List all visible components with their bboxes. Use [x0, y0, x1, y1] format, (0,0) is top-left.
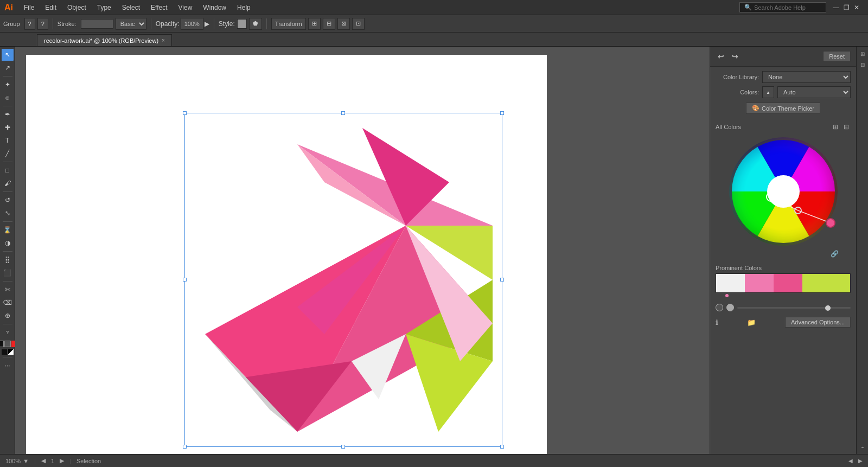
- color-theme-picker-btn[interactable]: 🎨 Color Theme Picker: [746, 103, 820, 114]
- color-wheel-wrapper[interactable]: [726, 135, 840, 248]
- close-icon[interactable]: ✕: [854, 4, 859, 11]
- collapse-btn[interactable]: ⊟: [858, 60, 867, 69]
- prominent-colors-section: Prominent Colors: [710, 261, 856, 300]
- view-mode-btn-1[interactable]: ⊞: [831, 123, 840, 131]
- slice-tool[interactable]: ✄: [2, 284, 14, 296]
- active-tab[interactable]: recolor-artwork.ai* @ 100% (RGB/Preview)…: [37, 34, 172, 46]
- advanced-options-btn[interactable]: Advanced Options...: [785, 317, 851, 328]
- slider-thumb-1[interactable]: [825, 305, 831, 311]
- align-v-btn[interactable]: ⊠: [337, 18, 350, 30]
- opacity-expand-icon[interactable]: ▶: [205, 20, 209, 28]
- transform-btn[interactable]: Transform: [271, 18, 306, 30]
- menu-help[interactable]: Help: [233, 3, 255, 12]
- eraser-tool[interactable]: ⌫: [2, 297, 14, 309]
- align-h-btn[interactable]: ⊟: [323, 18, 335, 30]
- menu-select[interactable]: Select: [118, 3, 144, 12]
- slider-track-1[interactable]: [737, 307, 851, 309]
- menu-view[interactable]: View: [174, 3, 197, 12]
- app-logo: Ai: [4, 3, 13, 12]
- opacity-value[interactable]: 100%: [181, 18, 203, 30]
- link-icon-row: 🔗: [726, 250, 840, 258]
- menu-object[interactable]: Object: [63, 3, 91, 12]
- expand-btn[interactable]: ⊞: [858, 49, 867, 59]
- status-sep-1: |: [34, 458, 36, 464]
- menu-type[interactable]: Type: [93, 3, 116, 12]
- canvas-area: [15, 47, 710, 454]
- line-tool[interactable]: ╱: [2, 148, 14, 159]
- magic-wand-tool[interactable]: ✦: [2, 79, 14, 91]
- pen-tool[interactable]: ✒: [2, 108, 14, 120]
- tab-bar: recolor-artwork.ai* @ 100% (RGB/Preview)…: [0, 33, 868, 47]
- direct-selection-tool[interactable]: ↗: [2, 62, 14, 74]
- color-library-select[interactable]: None: [762, 71, 851, 83]
- minimize-icon[interactable]: —: [833, 4, 839, 11]
- colors-row: Colors: ▲ Auto: [716, 86, 851, 98]
- colors-label: Colors:: [716, 89, 759, 95]
- zoom-dropdown-icon[interactable]: ▼: [23, 458, 29, 464]
- color-wheel-canvas[interactable]: [726, 135, 840, 248]
- menu-effect[interactable]: Effect: [146, 3, 171, 12]
- none-swatch[interactable]: [2, 349, 7, 355]
- add-anchor-tool[interactable]: ✚: [2, 121, 14, 133]
- selection-tool[interactable]: ↖: [2, 49, 14, 61]
- panel-redo-btn[interactable]: ↪: [730, 51, 741, 62]
- swatch-white[interactable]: [716, 274, 745, 292]
- artwork-container[interactable]: [189, 117, 498, 443]
- scale-tool[interactable]: ⤡: [2, 207, 14, 219]
- style-btn[interactable]: ⬟: [249, 18, 262, 30]
- next-page-btn[interactable]: ▶: [60, 457, 64, 464]
- tool-sep-4: [3, 191, 12, 192]
- colors-select[interactable]: Auto: [777, 86, 851, 98]
- rect-tool[interactable]: □: [2, 164, 14, 176]
- stroke-dropdown[interactable]: Basic: [116, 18, 146, 30]
- view-mode-btn-2[interactable]: ⊟: [842, 123, 851, 131]
- colors-arrow-up[interactable]: ▲: [762, 86, 774, 98]
- link-icon-btn[interactable]: 🔗: [829, 250, 840, 258]
- info-icon-btn[interactable]: ℹ: [716, 318, 718, 327]
- column-graph-tool[interactable]: ⬛: [2, 267, 14, 279]
- toolbar-q2[interactable]: ?: [37, 18, 48, 30]
- align-btn[interactable]: ⊞: [308, 18, 321, 30]
- gradient-tool[interactable]: ◑: [2, 237, 14, 249]
- rotate-tool[interactable]: ↺: [2, 194, 14, 206]
- reset-btn[interactable]: Reset: [823, 51, 851, 62]
- options-toolbar: Group ? ? Stroke: Basic Opacity: 100% ▶ …: [0, 15, 868, 33]
- swatch-pink-dark[interactable]: [774, 274, 802, 292]
- panel-undo-btn[interactable]: ↩: [716, 51, 726, 62]
- blend-tool[interactable]: ⌛: [2, 224, 14, 236]
- default-colors[interactable]: [8, 349, 14, 355]
- slider-icon-2: [726, 304, 734, 311]
- menu-file[interactable]: File: [20, 3, 39, 12]
- artboard-next-btn[interactable]: ▶: [858, 458, 863, 464]
- search-input[interactable]: [754, 4, 819, 11]
- fill-color-btn[interactable]: ?: [2, 327, 14, 338]
- folder-icon-btn[interactable]: 📁: [747, 318, 756, 327]
- artboard-btn[interactable]: ◀: [848, 458, 853, 464]
- search-bar[interactable]: 🔍: [739, 2, 826, 12]
- slider-icon-1: [716, 304, 723, 311]
- restore-icon[interactable]: ❐: [844, 4, 850, 11]
- far-right-strip: ⊞ ⊟ ⌁: [856, 47, 868, 454]
- zoom-control[interactable]: 100% ▼: [5, 458, 29, 464]
- zoom-tool[interactable]: ⊕: [2, 310, 14, 322]
- opacity-label: Opacity:: [156, 20, 180, 28]
- paintbrush-tool[interactable]: 🖌: [2, 177, 14, 189]
- distribute-btn[interactable]: ⊡: [352, 18, 365, 30]
- tab-label: recolor-artwork.ai* @ 100% (RGB/Preview): [44, 37, 158, 44]
- tab-close-btn[interactable]: ×: [162, 37, 165, 43]
- stroke-swatch[interactable]: [4, 341, 11, 347]
- strip-bottom-btn[interactable]: ⌁: [858, 442, 867, 452]
- lasso-tool[interactable]: ⌾: [2, 92, 14, 104]
- more-tools-btn[interactable]: ···: [2, 360, 14, 372]
- stroke-label: Stroke:: [58, 21, 76, 27]
- fill-swatch[interactable]: [0, 341, 4, 347]
- swatch-pink-light[interactable]: [745, 274, 774, 292]
- tool-sep-3: [3, 162, 12, 162]
- menu-edit[interactable]: Edit: [41, 3, 61, 12]
- graph-tool[interactable]: ⣿: [2, 254, 14, 266]
- prev-page-btn[interactable]: ◀: [41, 457, 46, 464]
- toolbar-q1[interactable]: ?: [24, 18, 35, 30]
- type-tool[interactable]: T: [2, 135, 14, 146]
- menu-window[interactable]: Window: [199, 3, 231, 12]
- swatch-green[interactable]: [802, 274, 850, 292]
